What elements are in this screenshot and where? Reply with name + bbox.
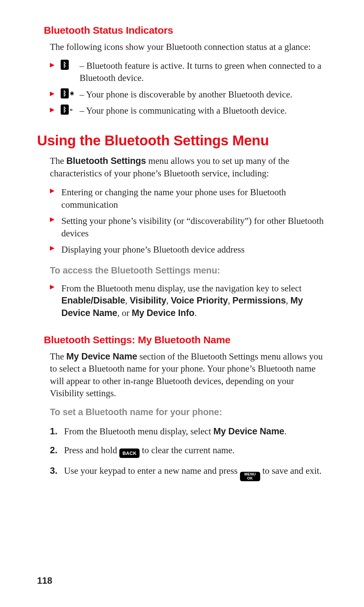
manual-page: Bluetooth Status Indicators The followin… bbox=[0, 0, 364, 607]
indicator-list: ᛒ – Bluetooth feature is active. It turn… bbox=[50, 58, 327, 119]
bold-text: Voice Priority bbox=[171, 295, 228, 306]
indicator-item-text: – Your phone is communicating with a Blu… bbox=[80, 106, 287, 116]
menu-ok-key-icon: MENUOK bbox=[240, 472, 260, 481]
bold-text: My Device Name bbox=[213, 426, 284, 436]
text: . bbox=[194, 308, 197, 318]
step-2: Press and hold BACK to clear the current… bbox=[50, 441, 327, 461]
text: , bbox=[125, 295, 130, 306]
indicator-item-active: ᛒ – Bluetooth feature is active. It turn… bbox=[50, 58, 327, 86]
indicators-intro: The following icons show your Bluetooth … bbox=[50, 41, 327, 53]
bold-text: Bluetooth Settings bbox=[66, 156, 146, 166]
name-steps: From the Bluetooth menu display, select … bbox=[50, 422, 327, 485]
list-item-text: Displaying your phone’s Bluetooth device… bbox=[61, 244, 245, 255]
bluetooth-active-icon: ᛒ bbox=[61, 60, 69, 70]
page-number: 118 bbox=[37, 575, 52, 587]
bold-text: Permissions bbox=[233, 295, 286, 306]
text: , bbox=[228, 295, 233, 306]
back-key-icon: BACK bbox=[119, 449, 140, 458]
step-3: Use your keypad to enter a new name and … bbox=[50, 461, 327, 485]
bold-text: My Device Info bbox=[132, 308, 194, 318]
text: Press and hold bbox=[64, 445, 119, 455]
bold-text: My Device Name bbox=[66, 351, 137, 362]
text: From the Bluetooth menu display, use the… bbox=[61, 283, 302, 293]
access-steps: From the Bluetooth menu display, use the… bbox=[50, 280, 327, 321]
text: to clear the current name. bbox=[140, 445, 235, 455]
bold-text: Enable/Disable bbox=[61, 295, 125, 306]
list-item-text: Entering or changing the name your phone… bbox=[61, 187, 286, 209]
settings-points-list: Entering or changing the name your phone… bbox=[50, 184, 327, 258]
indicator-item-text: – Bluetooth feature is active. It turns … bbox=[80, 61, 322, 83]
text: From the Bluetooth menu display, select bbox=[64, 426, 213, 436]
step-1: From the Bluetooth menu display, select … bbox=[50, 422, 327, 441]
list-item-text: Setting your phone’s visibility (or “dis… bbox=[61, 216, 324, 238]
text: , bbox=[286, 295, 291, 306]
indicator-item-discoverable: ᛒ ◉ – Your phone is discoverable by anot… bbox=[50, 86, 327, 103]
text: , or bbox=[117, 308, 132, 318]
text: The bbox=[50, 156, 66, 166]
list-item: Setting your phone’s visibility (or “dis… bbox=[50, 213, 327, 241]
list-item: Entering or changing the name your phone… bbox=[50, 184, 327, 213]
access-heading: To access the Bluetooth Settings menu: bbox=[50, 264, 327, 277]
key-label: OK bbox=[247, 476, 253, 481]
indicator-item-text: – Your phone is discoverable by another … bbox=[80, 89, 292, 99]
text: to save and exit. bbox=[260, 466, 322, 476]
text: , bbox=[166, 295, 171, 306]
heading-my-bluetooth-name: Bluetooth Settings: My Bluetooth Name bbox=[44, 333, 327, 347]
text: . bbox=[284, 426, 286, 436]
text: Use your keypad to enter a new name and … bbox=[64, 466, 240, 476]
settings-intro: The Bluetooth Settings menu allows you t… bbox=[50, 155, 327, 179]
text: The bbox=[50, 351, 66, 362]
name-set-heading: To set a Bluetooth name for your phone: bbox=[50, 406, 327, 418]
heading-bluetooth-status-indicators: Bluetooth Status Indicators bbox=[44, 24, 327, 37]
key-label: BACK bbox=[122, 451, 136, 456]
bluetooth-communicating-icon: ᛒ ››› bbox=[61, 105, 72, 115]
list-item: Displaying your phone’s Bluetooth device… bbox=[50, 241, 327, 258]
heading-using-bluetooth-settings: Using the Bluetooth Settings Menu bbox=[37, 131, 327, 150]
indicator-item-communicating: ᛒ ››› – Your phone is communicating with… bbox=[50, 103, 327, 119]
bold-text: Visibility bbox=[130, 295, 166, 306]
name-intro: The My Device Name section of the Blueto… bbox=[50, 350, 327, 400]
list-item: From the Bluetooth menu display, use the… bbox=[50, 280, 327, 321]
bluetooth-discoverable-icon: ᛒ ◉ bbox=[61, 88, 74, 98]
